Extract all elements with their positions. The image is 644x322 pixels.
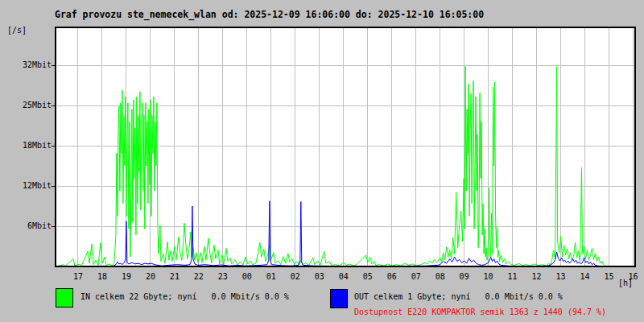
x-tick-label: 00 xyxy=(237,272,258,282)
x-axis-unit-label: [h] xyxy=(618,279,633,287)
x-tick-label: 22 xyxy=(188,272,209,282)
x-tick-label: 19 xyxy=(116,272,137,282)
x-tick-label: 05 xyxy=(357,272,378,282)
x-tick-label: 01 xyxy=(261,272,282,282)
mrtg-traffic-graph-window: Graf provozu ste_nemecek_wlan od: 2025-1… xyxy=(0,0,644,322)
x-tick-label: 21 xyxy=(164,272,185,282)
x-tick-label: 09 xyxy=(454,272,475,282)
in-legend-label: IN celkem 22 Gbyte; nyní 0.0 Mbit/s 0.0 … xyxy=(80,292,289,302)
x-tick-label: 20 xyxy=(140,272,161,282)
x-tick-label: 13 xyxy=(551,272,572,282)
out-legend-swatch xyxy=(330,289,348,308)
y-tick-label: 6Mbit xyxy=(6,221,52,231)
out-legend-label: OUT celkem 1 Gbyte; nyní 0.0 Mbit/s 0.0 … xyxy=(354,292,563,302)
x-tick-label: 14 xyxy=(575,272,596,282)
x-tick-label: 18 xyxy=(92,272,113,282)
availability-status-text: Dostupnost E220 KOMPAKTOR semik 1363 z 1… xyxy=(354,308,606,317)
x-tick-label: 08 xyxy=(430,272,451,282)
x-tick-label: 04 xyxy=(333,272,354,282)
x-tick-label: 23 xyxy=(213,272,233,282)
y-tick-label: 25Mbit xyxy=(6,101,52,110)
y-tick-label: 18Mbit xyxy=(6,141,52,151)
x-tick-label: 10 xyxy=(478,272,499,282)
x-tick-label: 17 xyxy=(68,272,89,282)
x-tick-label: 07 xyxy=(406,272,427,282)
y-tick-label: 12Mbit xyxy=(6,181,52,191)
in-legend-swatch xyxy=(56,288,73,308)
x-tick-label: 03 xyxy=(309,272,330,282)
x-tick-label: 12 xyxy=(526,272,547,282)
x-tick-label: 15 xyxy=(599,272,620,282)
x-tick-label: 02 xyxy=(285,272,306,282)
y-tick-label: 32Mbit xyxy=(6,60,52,70)
x-tick-label: 11 xyxy=(502,272,523,282)
x-tick-label: 06 xyxy=(382,272,402,282)
